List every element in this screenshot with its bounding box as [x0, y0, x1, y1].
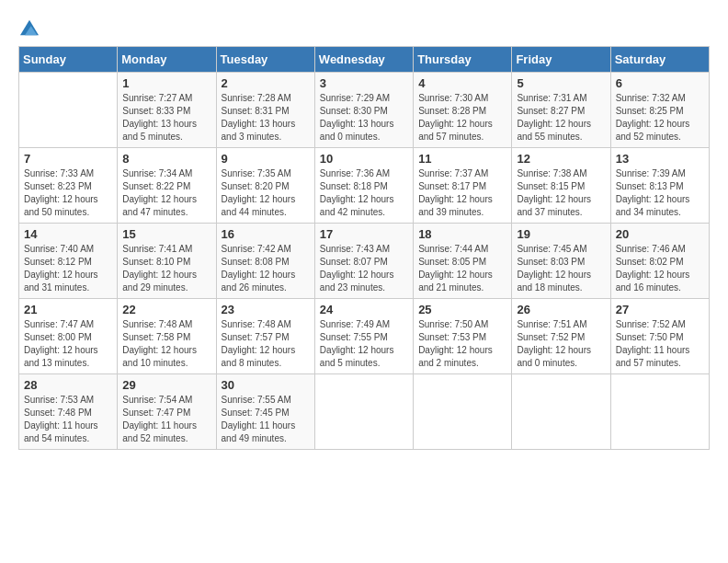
calendar-cell [512, 374, 610, 450]
calendar-cell: 16Sunrise: 7:42 AM Sunset: 8:08 PM Dayli… [216, 224, 314, 299]
day-number: 22 [122, 303, 210, 316]
day-info: Sunrise: 7:29 AM Sunset: 8:30 PM Dayligh… [320, 92, 408, 144]
calendar-cell: 25Sunrise: 7:50 AM Sunset: 7:53 PM Dayli… [414, 299, 512, 374]
calendar-cell: 27Sunrise: 7:52 AM Sunset: 7:50 PM Dayli… [610, 299, 709, 374]
calendar-cell: 13Sunrise: 7:39 AM Sunset: 8:13 PM Dayli… [610, 148, 709, 224]
day-info: Sunrise: 7:30 AM Sunset: 8:28 PM Dayligh… [418, 92, 506, 144]
calendar-cell: 18Sunrise: 7:44 AM Sunset: 8:05 PM Dayli… [414, 224, 512, 299]
day-info: Sunrise: 7:44 AM Sunset: 8:05 PM Dayligh… [418, 243, 506, 294]
day-info: Sunrise: 7:37 AM Sunset: 8:17 PM Dayligh… [418, 167, 506, 219]
calendar-header-thursday: Thursday [414, 47, 512, 73]
day-info: Sunrise: 7:52 AM Sunset: 7:50 PM Dayligh… [616, 318, 704, 370]
day-info: Sunrise: 7:36 AM Sunset: 8:18 PM Dayligh… [320, 167, 408, 219]
day-number: 14 [24, 227, 112, 241]
calendar-header-row: SundayMondayTuesdayWednesdayThursdayFrid… [19, 47, 710, 73]
calendar-cell: 24Sunrise: 7:49 AM Sunset: 7:55 PM Dayli… [314, 299, 413, 374]
calendar-week-row: 1Sunrise: 7:27 AM Sunset: 8:33 PM Daylig… [19, 73, 710, 148]
day-info: Sunrise: 7:53 AM Sunset: 7:48 PM Dayligh… [24, 394, 112, 445]
calendar-cell: 12Sunrise: 7:38 AM Sunset: 8:15 PM Dayli… [512, 148, 610, 224]
day-info: Sunrise: 7:34 AM Sunset: 8:22 PM Dayligh… [122, 167, 210, 219]
day-number: 20 [616, 227, 704, 241]
calendar-cell: 6Sunrise: 7:32 AM Sunset: 8:25 PM Daylig… [610, 73, 709, 148]
calendar-cell: 9Sunrise: 7:35 AM Sunset: 8:20 PM Daylig… [216, 148, 314, 224]
calendar-cell: 15Sunrise: 7:41 AM Sunset: 8:10 PM Dayli… [118, 224, 216, 299]
day-number: 5 [517, 76, 605, 90]
day-info: Sunrise: 7:55 AM Sunset: 7:45 PM Dayligh… [222, 394, 310, 445]
calendar-header-friday: Friday [512, 47, 610, 73]
day-number: 1 [122, 76, 210, 90]
day-info: Sunrise: 7:50 AM Sunset: 7:53 PM Dayligh… [418, 318, 506, 370]
day-number: 8 [122, 152, 210, 166]
page-header [18, 18, 710, 37]
calendar-cell: 11Sunrise: 7:37 AM Sunset: 8:17 PM Dayli… [414, 148, 512, 224]
day-info: Sunrise: 7:45 AM Sunset: 8:03 PM Dayligh… [517, 243, 605, 294]
calendar-cell: 23Sunrise: 7:48 AM Sunset: 7:57 PM Dayli… [216, 299, 314, 374]
day-info: Sunrise: 7:54 AM Sunset: 7:47 PM Dayligh… [122, 394, 210, 445]
calendar-cell: 19Sunrise: 7:45 AM Sunset: 8:03 PM Dayli… [512, 224, 610, 299]
calendar-header-sunday: Sunday [19, 47, 118, 73]
day-number: 16 [222, 227, 310, 241]
day-number: 19 [517, 227, 605, 241]
calendar-cell: 5Sunrise: 7:31 AM Sunset: 8:27 PM Daylig… [512, 73, 610, 148]
day-number: 26 [517, 303, 605, 316]
calendar-header-monday: Monday [118, 47, 216, 73]
day-number: 3 [320, 76, 408, 90]
day-number: 25 [418, 303, 506, 316]
calendar-cell: 2Sunrise: 7:28 AM Sunset: 8:31 PM Daylig… [216, 73, 314, 148]
day-info: Sunrise: 7:39 AM Sunset: 8:13 PM Dayligh… [616, 167, 704, 219]
day-number: 12 [517, 152, 605, 166]
calendar-cell: 10Sunrise: 7:36 AM Sunset: 8:18 PM Dayli… [314, 148, 413, 224]
day-number: 13 [616, 152, 704, 166]
calendar-cell: 22Sunrise: 7:48 AM Sunset: 7:58 PM Dayli… [118, 299, 216, 374]
calendar-cell: 29Sunrise: 7:54 AM Sunset: 7:47 PM Dayli… [118, 374, 216, 450]
day-number: 17 [320, 227, 408, 241]
day-info: Sunrise: 7:42 AM Sunset: 8:08 PM Dayligh… [222, 243, 310, 294]
day-info: Sunrise: 7:31 AM Sunset: 8:27 PM Dayligh… [517, 92, 605, 144]
calendar-cell: 30Sunrise: 7:55 AM Sunset: 7:45 PM Dayli… [216, 374, 314, 450]
day-info: Sunrise: 7:35 AM Sunset: 8:20 PM Dayligh… [222, 167, 310, 219]
calendar-cell: 21Sunrise: 7:47 AM Sunset: 8:00 PM Dayli… [19, 299, 118, 374]
calendar-week-row: 7Sunrise: 7:33 AM Sunset: 8:23 PM Daylig… [19, 148, 710, 224]
calendar-header-wednesday: Wednesday [314, 47, 413, 73]
day-info: Sunrise: 7:48 AM Sunset: 7:58 PM Dayligh… [122, 318, 210, 370]
day-info: Sunrise: 7:28 AM Sunset: 8:31 PM Dayligh… [222, 92, 310, 144]
calendar-table: SundayMondayTuesdayWednesdayThursdayFrid… [18, 46, 710, 450]
calendar-cell [414, 374, 512, 450]
calendar-cell [610, 374, 709, 450]
day-number: 21 [24, 303, 112, 316]
calendar-week-row: 28Sunrise: 7:53 AM Sunset: 7:48 PM Dayli… [19, 374, 710, 450]
calendar-cell: 7Sunrise: 7:33 AM Sunset: 8:23 PM Daylig… [19, 148, 118, 224]
day-info: Sunrise: 7:32 AM Sunset: 8:25 PM Dayligh… [616, 92, 704, 144]
day-number: 30 [222, 378, 310, 392]
calendar-cell: 28Sunrise: 7:53 AM Sunset: 7:48 PM Dayli… [19, 374, 118, 450]
calendar-cell: 20Sunrise: 7:46 AM Sunset: 8:02 PM Dayli… [610, 224, 709, 299]
logo-icon [20, 18, 39, 37]
calendar-cell [19, 73, 118, 148]
day-number: 24 [320, 303, 408, 316]
day-number: 6 [616, 76, 704, 90]
calendar-header-saturday: Saturday [610, 47, 709, 73]
day-number: 4 [418, 76, 506, 90]
calendar-week-row: 14Sunrise: 7:40 AM Sunset: 8:12 PM Dayli… [19, 224, 710, 299]
day-number: 9 [222, 152, 310, 166]
day-number: 23 [222, 303, 310, 316]
day-number: 29 [122, 378, 210, 392]
day-info: Sunrise: 7:33 AM Sunset: 8:23 PM Dayligh… [24, 167, 112, 219]
calendar-cell: 3Sunrise: 7:29 AM Sunset: 8:30 PM Daylig… [314, 73, 413, 148]
day-number: 15 [122, 227, 210, 241]
day-number: 7 [24, 152, 112, 166]
calendar-cell [314, 374, 413, 450]
day-info: Sunrise: 7:27 AM Sunset: 8:33 PM Dayligh… [122, 92, 210, 144]
day-number: 10 [320, 152, 408, 166]
day-info: Sunrise: 7:46 AM Sunset: 8:02 PM Dayligh… [616, 243, 704, 294]
day-info: Sunrise: 7:40 AM Sunset: 8:12 PM Dayligh… [24, 243, 112, 294]
calendar-header-tuesday: Tuesday [216, 47, 314, 73]
day-info: Sunrise: 7:41 AM Sunset: 8:10 PM Dayligh… [122, 243, 210, 294]
logo [18, 18, 39, 37]
day-info: Sunrise: 7:49 AM Sunset: 7:55 PM Dayligh… [320, 318, 408, 370]
calendar-cell: 8Sunrise: 7:34 AM Sunset: 8:22 PM Daylig… [118, 148, 216, 224]
calendar-cell: 1Sunrise: 7:27 AM Sunset: 8:33 PM Daylig… [118, 73, 216, 148]
calendar-cell: 26Sunrise: 7:51 AM Sunset: 7:52 PM Dayli… [512, 299, 610, 374]
day-info: Sunrise: 7:51 AM Sunset: 7:52 PM Dayligh… [517, 318, 605, 370]
day-number: 11 [418, 152, 506, 166]
